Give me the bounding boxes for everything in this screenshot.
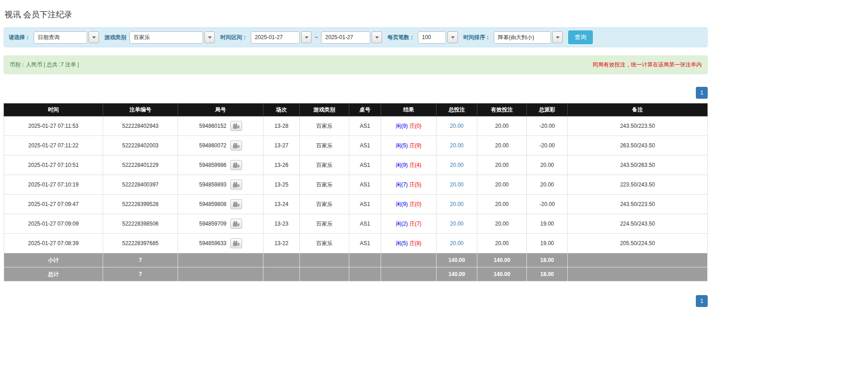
total-bet-cell: 20.00	[436, 175, 477, 195]
round-number: 594859808	[199, 201, 226, 207]
result-player: 闲(5)	[396, 240, 408, 246]
total-bet-link[interactable]: 20.00	[450, 181, 463, 188]
video-replay-button[interactable]	[230, 219, 242, 229]
round-number: 594859709	[199, 221, 226, 227]
payout-cell: -20.00	[527, 136, 568, 156]
time-cell: 2025-01-27 07:10:19	[4, 175, 103, 195]
game-type-cell: 百家乐	[300, 234, 349, 253]
game-type-cell: 百家乐	[300, 175, 349, 195]
filter-bar: 请选择： 日期查询 游戏类别 百家乐 时间区间： 2025-01-27 ~ 20…	[4, 27, 708, 47]
records-table: 时间注单编号局号场次游戏类别桌号结果总投注有效投注总派彩备注 2025-01-2…	[4, 103, 708, 281]
time-cell: 2025-01-27 07:10:51	[4, 156, 103, 175]
chevron-down-icon[interactable]	[204, 31, 215, 43]
chevron-down-icon[interactable]	[89, 31, 99, 43]
bet-id-cell: 522228402003	[103, 136, 178, 156]
payout-cell: -20.00	[527, 116, 568, 136]
summary-empty	[349, 253, 381, 267]
column-header: 总投注	[436, 104, 477, 116]
page-container: 视讯 会员下注纪录 请选择： 日期查询 游戏类别 百家乐 时间区间： 2025-…	[0, 0, 708, 321]
summary-empty	[300, 253, 349, 267]
video-replay-button[interactable]	[230, 199, 242, 209]
date-to-select[interactable]: 2025-01-27	[321, 31, 382, 44]
result-banker: 庄(8)	[409, 240, 422, 246]
summary-empty	[568, 267, 708, 281]
table-no-cell: AS1	[349, 175, 381, 195]
pagination-bottom: 1	[4, 295, 708, 307]
result-player: 闲(5)	[396, 142, 408, 149]
payout-cell: 20.00	[527, 175, 568, 195]
valid-bet-cell: 20.00	[477, 116, 527, 136]
summary-empty	[178, 267, 263, 281]
valid-bet-cell: 20.00	[477, 136, 527, 156]
round-cell: 594860152	[178, 116, 263, 136]
video-replay-button[interactable]	[230, 238, 242, 248]
total-bet-link[interactable]: 20.00	[450, 221, 463, 227]
total-bet-link[interactable]: 20.00	[450, 123, 463, 129]
summary-valid-bet: 140.00	[477, 253, 527, 267]
date-from-value: 2025-01-27	[255, 34, 283, 40]
summary-empty	[381, 267, 436, 281]
payout-cell: 20.00	[527, 156, 568, 175]
valid-bet-cell: 20.00	[477, 195, 527, 214]
table-row: 2025-01-27 07:09:09522228398506594859709…	[4, 214, 708, 234]
column-header: 结果	[381, 104, 436, 116]
total-bet-link[interactable]: 20.00	[450, 201, 463, 207]
remark-cell: 223.50/243.50	[568, 175, 708, 195]
chevron-down-icon[interactable]	[301, 31, 312, 43]
summary-total-bet: 140.00	[436, 253, 477, 267]
session-cell: 13-24	[263, 195, 300, 214]
column-header: 场次	[263, 104, 300, 116]
total-bet-cell: 20.00	[436, 234, 477, 253]
date-from-select[interactable]: 2025-01-27	[251, 31, 312, 44]
date-range-label: 时间区间：	[220, 34, 248, 41]
round-cell: 594859808	[178, 195, 263, 214]
valid-bet-cell: 20.00	[477, 175, 527, 195]
video-replay-button[interactable]	[230, 141, 242, 151]
result-player: 闲(9)	[396, 162, 408, 168]
video-replay-button[interactable]	[230, 121, 242, 131]
chevron-down-icon[interactable]	[372, 31, 382, 43]
session-cell: 13-27	[263, 136, 300, 156]
table-row: 2025-01-27 07:11:22522228402003594860072…	[4, 136, 708, 156]
total-bet-link[interactable]: 20.00	[450, 162, 463, 168]
chevron-down-icon[interactable]	[552, 31, 563, 43]
video-replay-button[interactable]	[230, 160, 242, 170]
summary-row: 总计7140.00140.0018.00	[4, 267, 708, 281]
page-number-button[interactable]: 1	[696, 87, 708, 99]
bet-id-cell: 522228400397	[103, 175, 178, 195]
sort-label: 时间排序：	[463, 34, 491, 41]
column-header: 时间	[4, 104, 103, 116]
sort-select[interactable]: 降幂(由大到小)	[494, 31, 563, 44]
result-banker: 庄(0)	[409, 123, 422, 129]
query-type-select[interactable]: 日期查询	[34, 31, 99, 44]
video-replay-button[interactable]	[230, 180, 242, 190]
search-button[interactable]: 查询	[568, 30, 593, 44]
page-size-select[interactable]: 100	[418, 31, 458, 44]
game-type-value: 百家乐	[134, 34, 150, 41]
page-size-value: 100	[422, 34, 431, 40]
page-title: 视讯 会员下注纪录	[5, 9, 708, 20]
page-number-button[interactable]: 1	[696, 295, 708, 307]
summary-empty	[349, 267, 381, 281]
summary-total-bet: 140.00	[436, 267, 477, 281]
game-type-cell: 百家乐	[300, 195, 349, 214]
summary-empty	[178, 253, 263, 267]
valid-bet-cell: 20.00	[477, 234, 527, 253]
records-tbody: 2025-01-27 07:11:53522228402943594860152…	[4, 116, 708, 253]
game-type-select[interactable]: 百家乐	[129, 31, 215, 44]
total-bet-link[interactable]: 20.00	[450, 142, 463, 149]
total-bet-link[interactable]: 20.00	[450, 240, 463, 246]
table-no-cell: AS1	[349, 214, 381, 234]
result-cell: 闲(7) 庄(5)	[381, 175, 436, 195]
valid-bet-cell: 20.00	[477, 214, 527, 234]
table-no-cell: AS1	[349, 195, 381, 214]
pagination-top: 1	[4, 87, 708, 99]
summary-empty	[381, 253, 436, 267]
result-cell: 闲(9) 庄(0)	[381, 195, 436, 214]
round-number: 594860072	[199, 142, 226, 149]
chevron-down-icon[interactable]	[447, 31, 458, 43]
remark-cell: 224.50/243.50	[568, 214, 708, 234]
game-type-cell: 百家乐	[300, 214, 349, 234]
remark-cell: 243.50/223.50	[568, 195, 708, 214]
round-number: 594859633	[199, 240, 226, 246]
